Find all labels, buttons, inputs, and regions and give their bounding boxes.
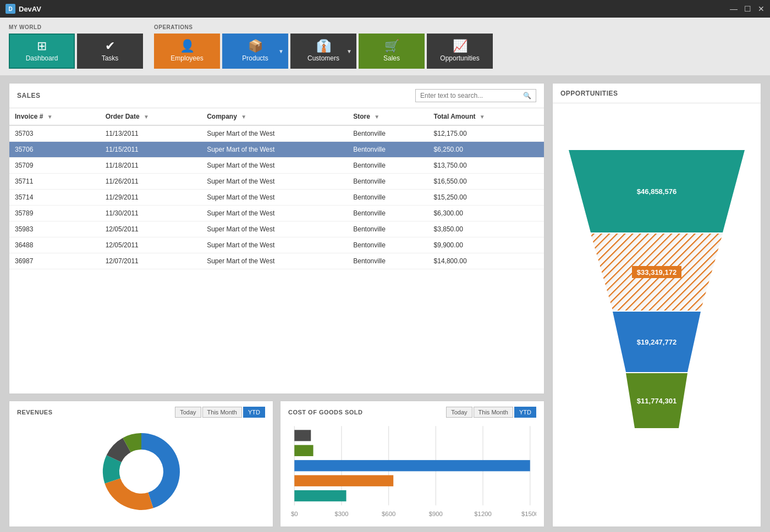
revenues-today-btn[interactable]: Today bbox=[175, 407, 201, 418]
revenues-header: REVENUES Today This Month YTD bbox=[17, 407, 265, 418]
cell-store: Bentonville bbox=[348, 174, 428, 190]
cell-store: Bentonville bbox=[348, 190, 428, 206]
table-row[interactable]: 3598312/05/2011Super Mart of the WestBen… bbox=[9, 221, 544, 237]
cell-invoice: 36488 bbox=[9, 237, 100, 253]
cell-company: Super Mart of the West bbox=[201, 190, 348, 206]
cogs-ytd-btn[interactable]: YTD bbox=[514, 407, 536, 418]
products-icon: 📦 bbox=[248, 40, 263, 52]
cell-store: Bentonville bbox=[348, 221, 428, 237]
bar-chart-container: $0$300$600$900$1200$1500 bbox=[288, 422, 536, 531]
cell-order_date: 11/30/2011 bbox=[100, 206, 201, 221]
cell-total_amount: $16,550.00 bbox=[428, 174, 544, 190]
nav-products[interactable]: 📦 Products ▼ bbox=[222, 34, 288, 69]
store-filter-icon[interactable]: ▼ bbox=[374, 114, 380, 120]
table-row[interactable]: 3570611/15/2011Super Mart of the WestBen… bbox=[9, 142, 544, 158]
table-row[interactable]: 3578911/30/2011Super Mart of the WestBen… bbox=[9, 206, 544, 221]
cogs-today-btn[interactable]: Today bbox=[446, 407, 472, 418]
bar-rect bbox=[294, 490, 346, 501]
invoice-filter-icon[interactable]: ▼ bbox=[47, 114, 53, 120]
col-invoice[interactable]: Invoice # ▼ bbox=[9, 108, 100, 125]
bar-chart: $0$300$600$900$1200$1500 bbox=[288, 422, 536, 520]
cell-order_date: 12/05/2011 bbox=[100, 221, 201, 237]
sales-table-scroll[interactable]: Invoice # ▼ Order Date ▼ Company ▼ Store… bbox=[9, 108, 544, 394]
cell-total_amount: $9,900.00 bbox=[428, 237, 544, 253]
charts-row: REVENUES Today This Month YTD COST OF GO… bbox=[9, 401, 544, 527]
cell-invoice: 36987 bbox=[9, 253, 100, 269]
close-button[interactable]: ✕ bbox=[758, 4, 765, 13]
table-row[interactable]: 3698712/07/2011Super Mart of the WestBen… bbox=[9, 253, 544, 269]
cell-store: Bentonville bbox=[348, 253, 428, 269]
operations-label: OPERATIONS bbox=[154, 24, 493, 30]
opportunities-title: OPPORTUNITIES bbox=[560, 90, 618, 97]
funnel-container: $46,858,576$33,319,172$19,247,772$11,774… bbox=[553, 103, 761, 527]
customers-chevron: ▼ bbox=[346, 48, 352, 54]
x-axis-label: $300 bbox=[334, 511, 348, 517]
funnel-label: $46,858,576 bbox=[637, 187, 676, 196]
opportunities-header: OPPORTUNITIES bbox=[553, 84, 761, 103]
maximize-button[interactable]: ☐ bbox=[744, 4, 751, 13]
cogs-btn-group: Today This Month YTD bbox=[446, 407, 536, 418]
cell-order_date: 11/29/2011 bbox=[100, 190, 201, 206]
left-panel: SALES 🔍 Invoice # ▼ Order Date ▼ Company… bbox=[9, 83, 544, 527]
table-row[interactable]: 3571111/26/2011Super Mart of the WestBen… bbox=[9, 174, 544, 190]
order-date-filter-icon[interactable]: ▼ bbox=[144, 114, 149, 120]
bar-rect bbox=[294, 445, 313, 456]
opportunities-panel: OPPORTUNITIES $46,858,576$33,319,172$19,… bbox=[552, 83, 761, 527]
nav-sales[interactable]: 🛒 Sales bbox=[359, 34, 425, 69]
window-controls[interactable]: — ☐ ✕ bbox=[730, 4, 765, 13]
nav-opportunities[interactable]: 📈 Opportunities bbox=[427, 34, 493, 69]
revenues-this-month-btn[interactable]: This Month bbox=[202, 407, 242, 418]
employees-icon: 👤 bbox=[180, 40, 195, 52]
cell-company: Super Mart of the West bbox=[201, 237, 348, 253]
cell-store: Bentonville bbox=[348, 158, 428, 174]
table-row[interactable]: 3648812/05/2011Super Mart of the WestBen… bbox=[9, 237, 544, 253]
cell-store: Bentonville bbox=[348, 142, 428, 158]
cell-total_amount: $12,175.00 bbox=[428, 125, 544, 142]
cell-order_date: 12/07/2011 bbox=[100, 253, 201, 269]
cell-invoice: 35706 bbox=[9, 142, 100, 158]
table-header-row: Invoice # ▼ Order Date ▼ Company ▼ Store… bbox=[9, 108, 544, 125]
table-row[interactable]: 3571411/29/2011Super Mart of the WestBen… bbox=[9, 190, 544, 206]
operations-section: OPERATIONS 👤 Employees 📦 Products ▼ 👔 Cu… bbox=[154, 24, 493, 69]
table-row[interactable]: 3570911/18/2011Super Mart of the WestBen… bbox=[9, 158, 544, 174]
dashboard-icon: ⊞ bbox=[37, 40, 47, 52]
table-row[interactable]: 3570311/13/2011Super Mart of the WestBen… bbox=[9, 125, 544, 142]
company-filter-icon[interactable]: ▼ bbox=[241, 114, 246, 120]
sales-icon: 🛒 bbox=[384, 40, 399, 52]
cogs-panel: COST OF GOODS SOLD Today This Month YTD … bbox=[280, 401, 544, 527]
cell-order_date: 11/13/2011 bbox=[100, 125, 201, 142]
col-company[interactable]: Company ▼ bbox=[201, 108, 348, 125]
col-total-amount[interactable]: Total Amount ▼ bbox=[428, 108, 544, 125]
cell-invoice: 35709 bbox=[9, 158, 100, 174]
cell-store: Bentonville bbox=[348, 125, 428, 142]
nav-dashboard[interactable]: ⊞ Dashboard bbox=[9, 34, 75, 69]
col-order-date[interactable]: Order Date ▼ bbox=[100, 108, 201, 125]
cell-order_date: 11/26/2011 bbox=[100, 174, 201, 190]
nav-tasks[interactable]: ✔ Tasks bbox=[77, 34, 143, 69]
col-store[interactable]: Store ▼ bbox=[348, 108, 428, 125]
cell-invoice: 35983 bbox=[9, 221, 100, 237]
revenues-ytd-btn[interactable]: YTD bbox=[243, 407, 265, 418]
title-bar: D DevAV — ☐ ✕ bbox=[0, 0, 770, 18]
logo-icon: D bbox=[6, 4, 15, 14]
cogs-this-month-btn[interactable]: This Month bbox=[474, 407, 513, 418]
cell-total_amount: $3,850.00 bbox=[428, 221, 544, 237]
cogs-header: COST OF GOODS SOLD Today This Month YTD bbox=[288, 407, 536, 418]
navigation: MY WORLD ⊞ Dashboard ✔ Tasks OPERATIONS … bbox=[0, 18, 770, 75]
bar-rect bbox=[294, 460, 530, 471]
nav-customers[interactable]: 👔 Customers ▼ bbox=[290, 34, 356, 69]
cell-invoice: 35711 bbox=[9, 174, 100, 190]
nav-employees[interactable]: 👤 Employees bbox=[154, 34, 220, 69]
dashboard-label: Dashboard bbox=[26, 54, 58, 62]
donut-chart bbox=[97, 428, 185, 516]
x-axis-label: $900 bbox=[429, 511, 443, 517]
funnel-label: $19,247,772 bbox=[637, 338, 676, 346]
employees-label: Employees bbox=[170, 54, 203, 62]
search-box[interactable]: 🔍 bbox=[415, 89, 536, 102]
customers-icon: 👔 bbox=[316, 40, 331, 52]
minimize-button[interactable]: — bbox=[730, 4, 738, 13]
search-input[interactable] bbox=[420, 92, 523, 99]
x-axis-label: $1200 bbox=[474, 511, 491, 517]
total-amount-filter-icon[interactable]: ▼ bbox=[480, 114, 485, 120]
revenues-title: REVENUES bbox=[17, 409, 175, 415]
